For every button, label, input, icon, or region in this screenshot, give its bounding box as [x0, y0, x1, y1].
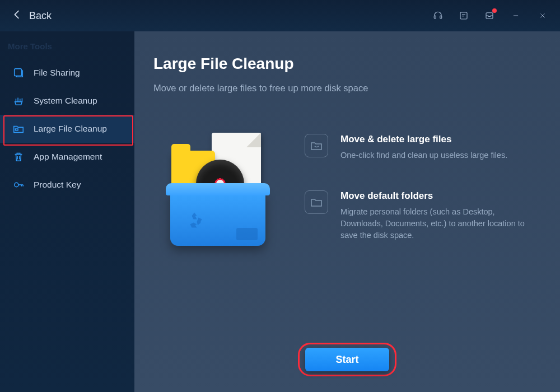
- sidebar-item-label: Product Key: [34, 180, 81, 190]
- bin-label-icon: [236, 228, 258, 240]
- feature-desc: Migrate personal folders (such as Deskto…: [340, 206, 525, 241]
- page-title: Large File Cleanup: [153, 55, 533, 73]
- svg-rect-0: [434, 16, 436, 18]
- share-icon: [12, 67, 25, 79]
- page-subtitle: Move or delete large files to free up mo…: [153, 83, 533, 94]
- notes-icon[interactable]: [458, 10, 469, 21]
- feature-desc: One-click find and clean up useless larg…: [340, 150, 507, 161]
- close-button[interactable]: [536, 10, 549, 22]
- svg-rect-5: [16, 129, 18, 130]
- sidebar-item-label: File Sharing: [34, 68, 80, 78]
- svg-rect-4: [15, 69, 22, 76]
- sidebar-item-large-file-cleanup[interactable]: Large File Cleanup: [0, 115, 134, 143]
- feature-move-delete: Move & delete large files One-click find…: [305, 134, 533, 161]
- sidebar-section-label: More Tools: [0, 38, 134, 59]
- recycle-symbol-icon: [186, 210, 206, 230]
- sidebar-item-label: System Cleanup: [34, 96, 97, 106]
- sidebar-item-label: App Management: [34, 152, 102, 162]
- cleanup-illustration: [159, 130, 282, 248]
- folder-size-icon: [12, 123, 25, 135]
- key-icon: [12, 179, 25, 191]
- sweep-folder-icon: [305, 134, 328, 157]
- support-icon[interactable]: [432, 10, 444, 21]
- notification-dot-icon: [492, 8, 497, 13]
- start-button[interactable]: Start: [305, 348, 389, 371]
- sidebar-item-file-sharing[interactable]: File Sharing: [0, 59, 134, 87]
- main-panel: Large File Cleanup Move or delete large …: [134, 31, 560, 392]
- sidebar-item-product-key[interactable]: Product Key: [0, 171, 134, 199]
- broom-icon: [12, 95, 25, 107]
- titlebar-actions: [432, 10, 549, 22]
- folder-icon: [305, 190, 328, 214]
- back-label: Back: [29, 10, 52, 22]
- start-highlight-annotation: Start: [298, 343, 396, 376]
- svg-rect-2: [460, 12, 467, 19]
- feature-move-folders: Move default folders Migrate personal fo…: [305, 190, 533, 241]
- sidebar-item-app-management[interactable]: App Management: [0, 143, 134, 171]
- recycle-bin-icon: [170, 190, 265, 246]
- sidebar: More Tools File Sharing System Cleanup L…: [0, 31, 134, 392]
- start-area: Start: [134, 343, 560, 376]
- feature-area: Move & delete large files One-click find…: [153, 130, 533, 248]
- back-arrow-icon: [11, 8, 24, 23]
- svg-point-6: [15, 183, 18, 186]
- minimize-button[interactable]: [510, 10, 522, 22]
- trash-icon: [12, 151, 25, 163]
- feature-list: Move & delete large files One-click find…: [305, 130, 533, 248]
- svg-rect-1: [440, 16, 442, 18]
- app-window: Back More Tools: [0, 0, 560, 392]
- feature-title: Move & delete large files: [340, 134, 507, 145]
- sidebar-item-system-cleanup[interactable]: System Cleanup: [0, 87, 134, 115]
- inbox-icon[interactable]: [484, 10, 495, 21]
- feature-title: Move default folders: [340, 190, 525, 202]
- body: More Tools File Sharing System Cleanup L…: [0, 31, 560, 392]
- sidebar-item-label: Large File Cleanup: [34, 124, 107, 134]
- back-button[interactable]: Back: [11, 8, 52, 23]
- titlebar: Back: [0, 0, 560, 31]
